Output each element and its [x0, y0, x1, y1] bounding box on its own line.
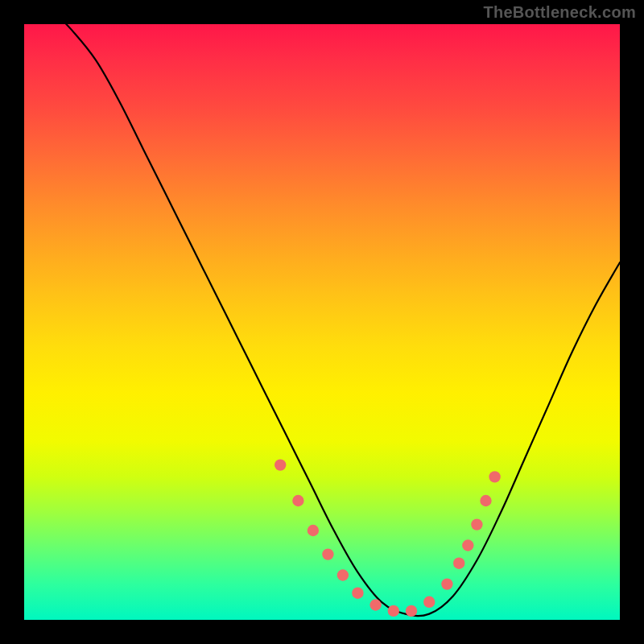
highlight-dot	[322, 548, 333, 559]
highlight-dot	[369, 599, 381, 610]
highlight-dot	[388, 605, 399, 617]
highlight-dot	[462, 539, 473, 551]
highlight-dot	[406, 605, 417, 617]
highlight-dot	[292, 495, 303, 506]
highlight-dot	[489, 471, 500, 482]
highlight-dot	[352, 588, 363, 599]
highlight-dot	[275, 459, 286, 470]
highlight-dot	[308, 525, 319, 536]
highlight-dot	[441, 578, 452, 589]
highlight-dot	[453, 558, 464, 569]
highlight-dot	[471, 518, 482, 530]
watermark-text: TheBottleneck.com	[483, 3, 636, 22]
bottleneck-curve	[54, 12, 620, 616]
chart-frame: TheBottleneck.com	[0, 0, 644, 644]
highlight-dot	[337, 569, 349, 580]
highlight-dots	[275, 459, 501, 617]
highlight-dot	[480, 495, 491, 506]
plot-area	[24, 24, 620, 620]
highlight-dot	[423, 597, 435, 608]
curve-svg	[24, 24, 620, 620]
